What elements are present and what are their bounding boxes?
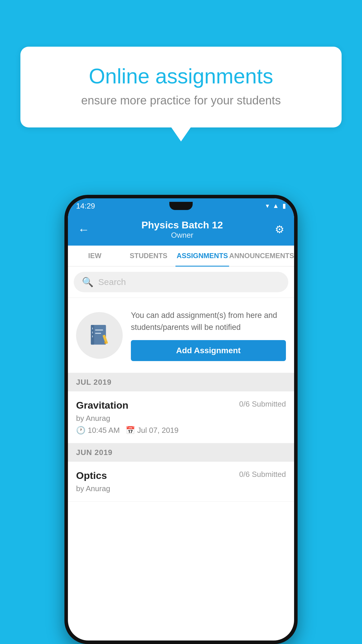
search-bar[interactable]: 🔍 Search [74,272,288,292]
clock-icon: 🕐 [76,426,85,435]
search-icon: 🔍 [82,276,94,288]
status-time: 14:29 [76,202,95,211]
tab-assignments[interactable]: ASSIGNMENTS [175,246,229,267]
section-header-jun: JUN 2019 [68,443,294,462]
search-container: 🔍 Search [68,267,294,298]
phone-notch [169,202,193,210]
search-placeholder: Search [98,277,126,287]
assignment-name-optics: Optics [76,470,107,481]
tab-iew[interactable]: IEW [68,246,122,267]
app-bar-subtitle: Owner [92,231,272,240]
bubble-title: Online assignments [44,64,318,88]
wifi-icon: ▾ [266,202,269,210]
tabs-bar: IEW STUDENTS ASSIGNMENTS ANNOUNCEMENTS [68,246,294,267]
assignment-author-optics: by Anurag [76,484,286,493]
add-assignment-button[interactable]: Add Assignment [131,340,286,361]
notebook-icon [86,322,113,349]
svg-rect-6 [95,333,101,334]
assignment-author: by Anurag [76,414,286,423]
time-item: 🕐 10:45 AM [76,426,120,435]
speech-bubble-container: Online assignments ensure more practice … [20,47,342,127]
assignment-name: Gravitation [76,400,128,411]
assignment-date: Jul 07, 2019 [137,426,179,435]
speech-bubble: Online assignments ensure more practice … [20,47,342,127]
assignment-item-header: Gravitation 0/6 Submitted [76,400,286,411]
assignment-item-optics[interactable]: Optics 0/6 Submitted by Anurag [68,462,294,502]
svg-rect-2 [92,328,93,330]
tab-students[interactable]: STUDENTS [122,246,175,267]
assignment-submitted: 0/6 Submitted [239,400,286,409]
content-area: 🔍 Search [68,267,294,502]
svg-rect-5 [95,329,103,330]
bubble-subtitle: ensure more practice for your students [44,94,318,107]
calendar-icon: 📅 [126,426,135,435]
settings-button[interactable]: ⚙ [272,220,287,239]
assignment-time: 10:45 AM [88,426,120,435]
assignment-item-gravitation[interactable]: Gravitation 0/6 Submitted by Anurag 🕐 10… [68,391,294,443]
assignment-time-row: 🕐 10:45 AM 📅 Jul 07, 2019 [76,426,286,435]
phone-frame: 14:29 ▾ ▲ ▮ ← Physics Batch 12 Owner ⚙ I… [64,195,298,644]
app-bar-title: Physics Batch 12 [92,219,272,231]
section-header-jul: JUL 2019 [68,373,294,391]
date-item: 📅 Jul 07, 2019 [126,426,179,435]
battery-icon: ▮ [282,202,286,210]
back-button[interactable]: ← [75,220,92,239]
app-bar-title-container: Physics Batch 12 Owner [92,219,272,240]
assignment-submitted-optics: 0/6 Submitted [239,470,286,479]
add-assignment-content: You can add assignment(s) from here and … [131,309,286,361]
add-assignment-section: You can add assignment(s) from here and … [68,298,294,373]
svg-rect-4 [92,335,93,337]
tab-announcements[interactable]: ANNOUNCEMENTS [229,246,294,267]
phone-screen: 14:29 ▾ ▲ ▮ ← Physics Batch 12 Owner ⚙ I… [68,198,294,640]
app-bar: ← Physics Batch 12 Owner ⚙ [68,214,294,246]
svg-rect-3 [92,331,93,333]
assignment-item-optics-header: Optics 0/6 Submitted [76,470,286,481]
add-assignment-description: You can add assignment(s) from here and … [131,309,286,333]
status-icons: ▾ ▲ ▮ [266,202,286,210]
signal-icon: ▲ [273,202,279,210]
assignment-icon-circle [76,312,123,359]
